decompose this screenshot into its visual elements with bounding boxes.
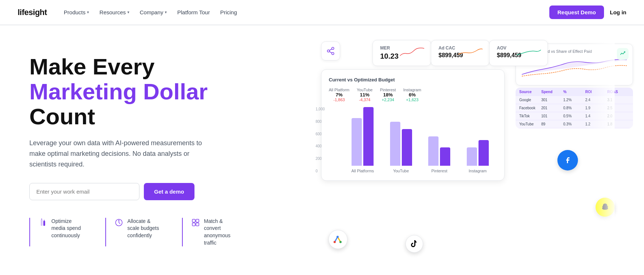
hero-section: Make Every Marketing Dollar Count Levera… <box>0 25 644 275</box>
bar-group-instagram <box>459 140 497 166</box>
svg-point-14 <box>339 241 342 243</box>
table-row: YouTube 89 0.3% 1.2 1.8 <box>516 120 633 128</box>
budget-chart-panel: Current vs Optimized Budget All Platform… <box>321 69 505 181</box>
bar-group-youtube <box>382 122 421 166</box>
bar-pinterest-optimized <box>440 147 450 166</box>
match-icon <box>192 219 200 229</box>
y-axis-labels: 1,000 800 600 400 200 0 <box>316 107 325 173</box>
table-row: Google 301 1.2% 2.4 3.1 <box>516 96 633 104</box>
hero-title: Make Every Marketing Dollar Count <box>29 54 257 129</box>
dashboard-mockup: MER 10.23 Ad CAC $899,459 AOV $899,459 <box>321 40 637 267</box>
svg-rect-5 <box>196 219 199 222</box>
hero-left: Make Every Marketing Dollar Count Levera… <box>29 54 257 246</box>
feature-item-match: Match & convert anonymous traffic <box>182 218 245 246</box>
bar-chart <box>343 107 497 166</box>
nav-item-resources[interactable]: Resources ▾ <box>96 7 133 18</box>
get-demo-button[interactable]: Get a demo <box>144 183 194 200</box>
legend-pinterest: Pinterest 18% +2,234 <box>380 88 396 102</box>
nav-right: Request Demo Log in <box>549 6 626 19</box>
features-list: Optimize media spend continuously Alloca… <box>29 218 257 246</box>
chevron-down-icon: ▾ <box>127 10 130 15</box>
nav-links: Products ▾ Resources ▾ Company ▾ Platfor… <box>60 7 241 18</box>
metric-cards: MER 10.23 Ad CAC $899,459 AOV $899,459 <box>350 40 548 66</box>
metric-card-adcac: Ad CAC $899,459 <box>431 40 490 66</box>
svg-rect-7 <box>196 223 199 226</box>
svg-line-12 <box>330 49 332 51</box>
login-button[interactable]: Log in <box>610 9 626 15</box>
metric-card-aov: AOV $899,459 <box>489 40 548 66</box>
hero-subtitle: Leverage your own data with AI-powered m… <box>29 138 205 169</box>
optimize-icon <box>39 219 47 229</box>
table-row: Facebook 201 0.8% 1.9 2.5 <box>516 104 633 112</box>
request-demo-button[interactable]: Request Demo <box>549 6 604 19</box>
nav-left: lifesight Products ▾ Resources ▾ Company… <box>18 7 241 18</box>
table-row: TikTok 101 0.5% 1.4 2.0 <box>516 112 633 120</box>
bar-instagram-optimized <box>479 140 489 166</box>
svg-rect-0 <box>41 219 43 226</box>
bar-youtube-current <box>390 122 400 166</box>
hero-cta: Get a demo <box>29 183 257 200</box>
logo[interactable]: lifesight <box>18 8 47 17</box>
svg-point-8 <box>332 47 334 50</box>
allocate-icon <box>115 219 123 229</box>
navbar: lifesight Products ▾ Resources ▾ Company… <box>0 0 644 25</box>
feature-text-optimize: Optimize media spend continuously <box>51 218 85 239</box>
nav-item-platform-tour[interactable]: Platform Tour <box>174 7 214 18</box>
svg-rect-6 <box>192 223 195 226</box>
bar-group-pinterest <box>420 136 459 166</box>
legend-all-platform: All Platform 7% -1,863 <box>329 88 349 102</box>
tiktok-icon <box>405 235 423 253</box>
nav-item-pricing[interactable]: Pricing <box>217 7 241 18</box>
adcac-sparkline <box>458 45 483 58</box>
feature-item-optimize: Optimize media spend continuously <box>29 218 94 246</box>
bar-group-all <box>343 107 382 166</box>
svg-point-3 <box>119 220 120 221</box>
legend-instagram: Instagram 6% +1,623 <box>403 88 421 102</box>
trend-indicator <box>617 48 629 60</box>
share-icon-card <box>321 41 340 60</box>
x-axis-labels: All Platforms YouTube Pinterest Instagra… <box>343 169 497 173</box>
nav-item-products[interactable]: Products ▾ <box>60 7 93 18</box>
feature-item-allocate: Allocate & scale budgets confidently <box>105 218 170 246</box>
google-ads-icon <box>328 230 348 249</box>
feature-text-allocate: Allocate & scale budgets confidently <box>127 218 161 239</box>
chart-legend: All Platform 7% -1,863 YouTube 11% -4,37… <box>329 88 497 102</box>
email-input[interactable] <box>29 183 139 200</box>
svg-rect-4 <box>192 219 195 222</box>
aov-sparkline <box>516 45 542 58</box>
svg-rect-1 <box>43 221 45 226</box>
snapchat-icon <box>596 198 615 217</box>
bar-all-optimized <box>363 107 374 166</box>
bar-youtube-optimized <box>402 129 412 166</box>
bar-chart-container: 1,000 800 600 400 200 0 <box>329 107 497 173</box>
table-header: Source Spend % ROI ROAS <box>516 88 633 96</box>
svg-point-15 <box>336 236 339 238</box>
legend-youtube: YouTube 11% -4,374 <box>357 88 372 102</box>
svg-point-10 <box>332 52 334 55</box>
feature-text-match: Match & convert anonymous traffic <box>204 218 236 246</box>
svg-line-11 <box>330 52 332 53</box>
metric-card-mer: MER 10.23 <box>372 40 431 66</box>
svg-point-13 <box>334 241 336 243</box>
chevron-down-icon: ▾ <box>165 10 167 15</box>
mer-sparkline <box>399 45 425 58</box>
bar-pinterest-current <box>428 136 439 166</box>
hero-right: MER 10.23 Ad CAC $899,459 AOV $899,459 <box>257 25 615 275</box>
bar-all-current <box>352 118 362 166</box>
nav-item-company[interactable]: Company ▾ <box>136 7 171 18</box>
facebook-icon <box>557 150 578 170</box>
svg-point-9 <box>327 50 330 52</box>
chevron-down-icon: ▾ <box>87 10 89 15</box>
bar-instagram-current <box>467 147 477 166</box>
data-table-panel: Source Spend % ROI ROAS Google 301 1.2% … <box>516 88 633 128</box>
